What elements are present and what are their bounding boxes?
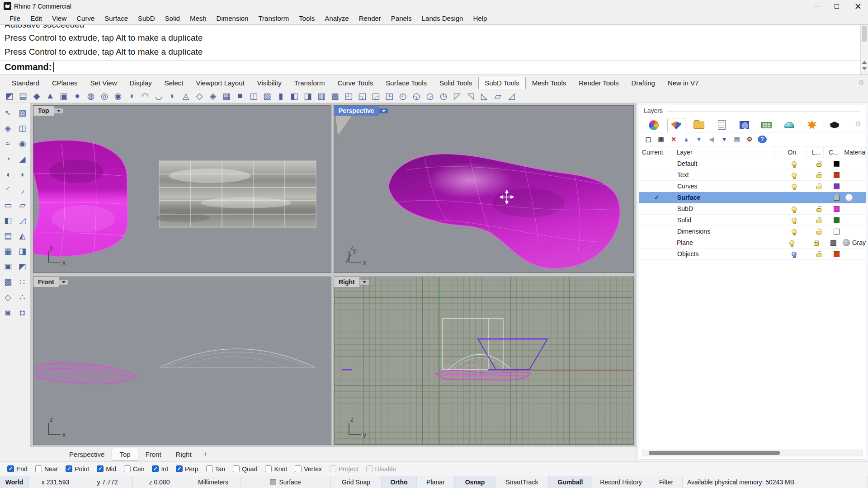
subd-mirror-icon[interactable]: ◵ bbox=[410, 90, 423, 102]
stair-steps-icon[interactable]: ◇ bbox=[1, 291, 15, 304]
subd-rebuild-icon[interactable]: ◷ bbox=[437, 90, 450, 102]
status-gumball[interactable]: Gumball bbox=[549, 476, 592, 488]
layer-color-swatch[interactable] bbox=[834, 229, 840, 235]
hatch-triangle-icon[interactable]: ◭ bbox=[16, 230, 29, 242]
move-up-icon[interactable]: ▲ bbox=[682, 135, 691, 144]
subd-offset-icon[interactable]: ◶ bbox=[423, 90, 437, 102]
subd-stitch-icon[interactable]: ▮ bbox=[274, 90, 288, 102]
subd-loft-icon[interactable]: ◈ bbox=[206, 90, 220, 102]
layer-color-swatch[interactable] bbox=[834, 251, 840, 257]
subd-ellipsoid-icon[interactable]: ◍ bbox=[84, 90, 98, 102]
subd-cone-icon[interactable]: ◆ bbox=[30, 90, 43, 102]
layer-row-surface[interactable]: ✓Surface bbox=[639, 192, 866, 203]
column-header-layer[interactable]: Layer bbox=[674, 146, 775, 158]
layer-tools-icon[interactable]: ⚙ bbox=[745, 135, 754, 144]
osnap-tan[interactable]: Tan bbox=[206, 465, 226, 473]
layer-material-cell[interactable]: Gray bbox=[843, 239, 866, 246]
subd-radiate-icon[interactable]: ◴ bbox=[396, 90, 410, 102]
osnap-quad[interactable]: Quad bbox=[233, 465, 257, 473]
column-header-c[interactable]: C... bbox=[824, 146, 841, 158]
layer-name[interactable]: SubD bbox=[675, 205, 778, 212]
menu-transform[interactable]: Transform bbox=[253, 13, 294, 23]
status-surface[interactable]: Surface bbox=[241, 476, 331, 488]
checkbox-disable[interactable] bbox=[366, 465, 373, 472]
menu-solid[interactable]: Solid bbox=[160, 13, 185, 23]
subd-reflect-icon[interactable]: ◫ bbox=[247, 90, 260, 102]
new-sublayer-icon[interactable]: ▣ bbox=[656, 135, 665, 144]
material-sphere-icon[interactable] bbox=[845, 194, 853, 201]
osnap-point[interactable]: ✓Point bbox=[66, 465, 89, 473]
checkbox-quad[interactable] bbox=[233, 465, 240, 472]
layer-on-cell[interactable] bbox=[778, 173, 810, 178]
toolbar-tab-transform[interactable]: Transform bbox=[288, 77, 331, 89]
layer-color-cell[interactable] bbox=[827, 183, 845, 189]
status-filter[interactable]: Filter bbox=[650, 476, 683, 488]
viewport-menu-button[interactable] bbox=[54, 108, 63, 113]
command-scrollbar[interactable] bbox=[860, 25, 868, 75]
subd-bridge-icon[interactable]: ◇ bbox=[193, 90, 206, 102]
folder-tab-button[interactable] bbox=[690, 117, 708, 132]
viewport-tab-right[interactable]: Right bbox=[169, 448, 199, 460]
toolbar-tab-mesh-tools[interactable]: Mesh Tools bbox=[526, 77, 573, 89]
layer-lock-cell[interactable] bbox=[810, 217, 827, 223]
viewport-menu-button[interactable] bbox=[359, 280, 369, 285]
subd-to-nurbs-icon[interactable]: ◸ bbox=[450, 90, 464, 102]
match-layer-icon[interactable]: ▤ bbox=[732, 135, 741, 144]
layer-name[interactable]: Dimensions bbox=[675, 228, 778, 235]
subd-repair-icon[interactable]: ◿ bbox=[505, 90, 518, 102]
checkbox-vertex[interactable] bbox=[295, 465, 302, 472]
bulb-icon[interactable] bbox=[792, 173, 797, 178]
viewport-title-top[interactable]: Top bbox=[33, 106, 63, 116]
layer-lock-cell[interactable] bbox=[810, 251, 827, 257]
notes-tab-button[interactable] bbox=[712, 117, 731, 132]
status-world[interactable]: World bbox=[0, 476, 29, 488]
status-grid-snap[interactable]: Grid Snap bbox=[331, 476, 382, 488]
subd-quadball-icon[interactable]: ◉ bbox=[111, 90, 125, 102]
layer-lock-cell[interactable] bbox=[810, 172, 827, 178]
menu-view[interactable]: View bbox=[47, 13, 71, 23]
menu-tools[interactable]: Tools bbox=[294, 13, 320, 23]
layer-row-subd[interactable]: SubD bbox=[639, 203, 866, 215]
viewport-tab-perspective[interactable]: Perspective bbox=[62, 448, 112, 460]
checkbox-knot[interactable] bbox=[265, 465, 272, 472]
layers-tab-button[interactable] bbox=[667, 118, 685, 132]
osnap-mid[interactable]: ✓Mid bbox=[97, 465, 116, 473]
scroll-down-icon[interactable] bbox=[862, 67, 867, 70]
layer-lock-cell[interactable] bbox=[810, 183, 827, 189]
viewport-title-perspective[interactable]: Perspective bbox=[334, 106, 388, 116]
split-curve-icon[interactable]: ▱ bbox=[16, 199, 29, 211]
extract-flash-icon[interactable]: ◢ bbox=[16, 153, 29, 165]
unlock-icon[interactable]: ◘ bbox=[16, 306, 29, 319]
checkbox-point[interactable]: ✓ bbox=[66, 465, 72, 472]
unlock-icon[interactable] bbox=[814, 242, 819, 246]
menu-curve[interactable]: Curve bbox=[71, 13, 99, 23]
layer-color-swatch[interactable] bbox=[834, 206, 840, 212]
osnap-knot[interactable]: Knot bbox=[265, 465, 287, 473]
bulb-icon[interactable] bbox=[792, 229, 797, 234]
toolbar-tab-viewport-layout[interactable]: Viewport Layout bbox=[189, 77, 250, 89]
layer-name[interactable]: Solid bbox=[675, 216, 778, 224]
status-y-7-772[interactable]: y 7.772 bbox=[82, 476, 133, 488]
status-available-physical-memory-50[interactable]: Available physical memory: 50243 MB bbox=[683, 476, 868, 488]
layer-color-swatch[interactable] bbox=[834, 172, 840, 178]
toolbar-tab-cplanes[interactable]: CPlanes bbox=[46, 77, 84, 89]
checkbox-int[interactable]: ✓ bbox=[152, 465, 159, 472]
viewport-right[interactable]: Right z y bbox=[334, 277, 634, 445]
subd-merge-icon[interactable]: ◬ bbox=[179, 90, 193, 102]
osnap-vertex[interactable]: Vertex bbox=[295, 465, 322, 473]
toolbar-tab-display[interactable]: Display bbox=[123, 77, 158, 89]
align-stack-icon[interactable]: ∴ bbox=[16, 291, 29, 304]
layer-on-cell[interactable] bbox=[778, 161, 810, 166]
status-millimeters[interactable]: Millimeters bbox=[186, 476, 241, 488]
checkbox-cen[interactable] bbox=[124, 465, 131, 472]
layer-name[interactable]: Default bbox=[675, 160, 778, 167]
subd-object-icon[interactable]: ▧ bbox=[16, 107, 29, 119]
patch-sphere-icon[interactable]: ◉ bbox=[16, 137, 29, 150]
viewport-menu-button[interactable] bbox=[379, 108, 388, 113]
scrollbar-thumb[interactable] bbox=[862, 26, 867, 42]
subd-from-mesh-icon[interactable]: ◹ bbox=[464, 90, 477, 102]
subd-append-icon[interactable]: ■ bbox=[233, 90, 247, 102]
scroll-up-icon[interactable] bbox=[862, 61, 867, 64]
subd-show-wire-icon[interactable]: ◺ bbox=[477, 90, 491, 102]
bulb-icon[interactable] bbox=[789, 240, 794, 245]
